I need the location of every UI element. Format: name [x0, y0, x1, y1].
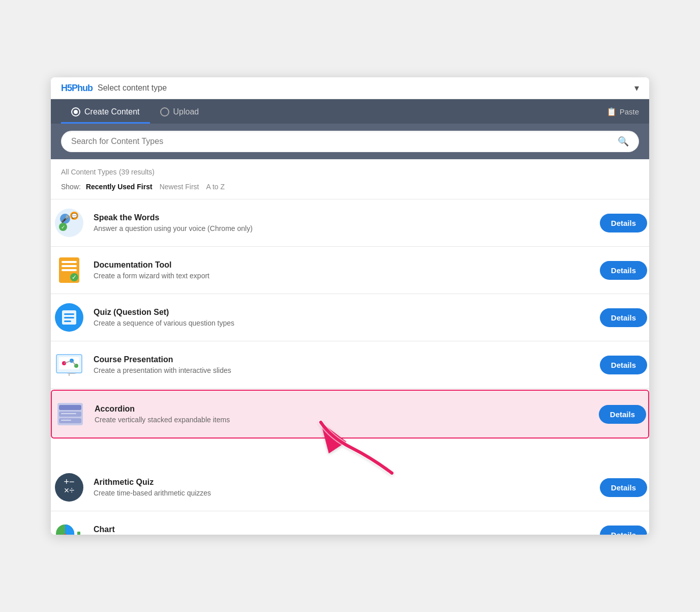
arithmetic-quiz-text: Arithmetic Quiz Create time-based arithm… [94, 478, 592, 497]
quiz-text: Quiz (Question Set) Create a sequence of… [94, 308, 592, 327]
list-item[interactable]: 🎤 💬 ✓ Speak the Words Answer a question … [51, 199, 649, 247]
content-area: All Content Types (39 results) Show: Rec… [51, 159, 649, 192]
search-input[interactable] [71, 137, 618, 146]
list-item[interactable]: Chart Quickly generate bar and pie chart… [51, 511, 649, 535]
list-item[interactable]: Quiz (Question Set) Create a sequence of… [51, 294, 649, 341]
arithmetic-quiz-details-button[interactable]: Details [600, 478, 647, 497]
chart-title: Chart [94, 525, 592, 534]
documentation-tool-desc: Create a form wizard with text export [94, 272, 592, 280]
accordion-text: Accordion Create vertically stacked expa… [95, 404, 591, 424]
filter-show-label: Show: [61, 183, 81, 191]
svg-rect-26 [69, 373, 70, 376]
accordion-details-button[interactable]: Details [599, 405, 646, 424]
filter-newest-first[interactable]: Newest First [158, 182, 201, 192]
filter-a-to-z[interactable]: A to Z [204, 182, 227, 192]
filter-recently-used[interactable]: Recently Used First [84, 182, 155, 192]
svg-text:🎤: 🎤 [61, 215, 70, 223]
chart-text: Chart Quickly generate bar and pie chart… [94, 525, 592, 535]
paste-button[interactable]: 📋 Paste [606, 107, 639, 116]
search-section: 🔍 [51, 124, 649, 159]
paste-label: Paste [620, 107, 639, 116]
list-item-accordion[interactable]: Accordion Create vertically stacked expa… [51, 390, 649, 439]
quiz-title: Quiz (Question Set) [94, 308, 592, 317]
accordion-desc: Create vertically stacked expandable ite… [95, 416, 591, 424]
svg-point-0 [55, 209, 83, 237]
speak-the-words-text: Speak the Words Answer a question using … [94, 213, 592, 232]
svg-rect-15 [64, 313, 74, 315]
quiz-icon [53, 301, 85, 334]
header-left: H5Phub Select content type [61, 83, 167, 94]
svg-text:💬: 💬 [71, 213, 78, 219]
documentation-tool-icon: ✓ [53, 254, 85, 286]
modal-header: H5Phub Select content type ▾ [51, 77, 649, 99]
chart-details-button[interactable]: Details [600, 526, 647, 535]
items-list: 🎤 💬 ✓ Speak the Words Answer a question … [51, 199, 649, 535]
quiz-desc: Create a sequence of various question ty… [94, 319, 592, 327]
accordion-icon [54, 398, 86, 430]
svg-rect-10 [62, 269, 77, 271]
documentation-tool-title: Documentation Tool [94, 260, 592, 270]
scroll-container[interactable]: 🎤 💬 ✓ Speak the Words Answer a question … [51, 199, 649, 535]
search-icon: 🔍 [618, 136, 629, 147]
svg-rect-32 [61, 420, 71, 421]
accordion-title: Accordion [95, 404, 591, 414]
svg-rect-30 [61, 413, 76, 414]
filter-row: Show: Recently Used First Newest First A… [61, 182, 639, 192]
list-item[interactable]: Course Presentation Create a presentatio… [51, 341, 649, 389]
tab-bar: Create Content Upload 📋 Paste [51, 99, 649, 124]
header-title: Select content type [98, 83, 167, 93]
arithmetic-quiz-desc: Create time-based arithmetic quizzes [94, 489, 592, 497]
course-presentation-icon [53, 348, 85, 381]
tab-radio-inner-create [74, 110, 78, 114]
speak-the-words-desc: Answer a question using your voice (Chro… [94, 224, 592, 232]
h5p-logo: H5Phub [61, 83, 93, 94]
tab-upload-label: Upload [173, 107, 199, 116]
tab-create-content[interactable]: Create Content [61, 99, 150, 124]
svg-text:✓: ✓ [72, 274, 77, 281]
tab-radio-upload [160, 107, 169, 116]
modal-container: H5Phub Select content type ▾ Create Cont… [51, 77, 649, 535]
svg-rect-17 [64, 320, 71, 322]
speak-the-words-title: Speak the Words [94, 213, 592, 222]
paste-icon: 📋 [606, 107, 617, 116]
speak-the-words-icon: 🎤 💬 ✓ [53, 207, 85, 239]
arithmetic-quiz-icon: +− ×÷ [53, 471, 85, 504]
course-presentation-title: Course Presentation [94, 355, 592, 364]
svg-text:×÷: ×÷ [64, 485, 75, 496]
svg-rect-16 [64, 317, 74, 318]
svg-text:✓: ✓ [61, 224, 65, 230]
arithmetic-quiz-title: Arithmetic Quiz [94, 478, 592, 487]
tab-upload[interactable]: Upload [150, 99, 209, 124]
documentation-tool-details-button[interactable]: Details [600, 261, 647, 280]
svg-rect-8 [62, 261, 77, 263]
course-presentation-text: Course Presentation Create a presentatio… [94, 355, 592, 374]
course-presentation-desc: Create a presentation with interactive s… [94, 366, 592, 374]
search-bar: 🔍 [61, 131, 639, 152]
section-title: All Content Types (39 results) [61, 167, 639, 177]
svg-rect-9 [62, 265, 77, 267]
chevron-down-icon[interactable]: ▾ [634, 82, 639, 94]
tab-create-label: Create Content [84, 107, 140, 116]
tab-radio-create [71, 107, 80, 116]
list-item[interactable]: ✓ Documentation Tool Create a form wizar… [51, 247, 649, 294]
chart-icon [53, 518, 85, 535]
svg-rect-28 [59, 405, 81, 410]
documentation-tool-text: Documentation Tool Create a form wizard … [94, 260, 592, 280]
svg-rect-39 [77, 532, 80, 535]
tab-bar-left: Create Content Upload [61, 99, 209, 124]
speak-the-words-details-button[interactable]: Details [600, 214, 647, 232]
quiz-details-button[interactable]: Details [600, 308, 647, 327]
course-presentation-details-button[interactable]: Details [600, 356, 647, 374]
list-item[interactable]: +− ×÷ Arithmetic Quiz Create time-based … [51, 464, 649, 511]
